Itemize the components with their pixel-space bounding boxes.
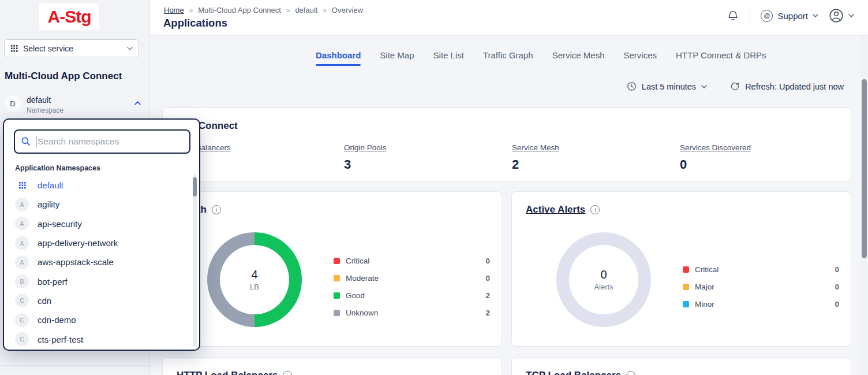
support-at-icon: @	[761, 10, 773, 22]
namespace-item-cts-perf-test[interactable]: C cts-perf-test	[15, 329, 184, 348]
dropdown-scrollbar-thumb[interactable]	[193, 177, 197, 196]
namespace-item-label: app-delivery-network	[38, 238, 118, 248]
breadcrumb-overview[interactable]: Overview	[332, 6, 363, 14]
tab-bar: Dashboard Site Map Site List Traffic Gra…	[316, 50, 766, 66]
legend-label: Good	[346, 291, 485, 300]
search-icon	[21, 136, 31, 147]
account-person-icon	[829, 8, 844, 23]
namespace-search-input[interactable]	[38, 136, 184, 147]
tab-site-list[interactable]: Site List	[433, 50, 464, 66]
alerts-legend: Critical 0 Major 0 Minor 0	[683, 261, 839, 313]
notifications-bell-icon[interactable]	[727, 9, 739, 23]
tab-http-connect-drps[interactable]: HTTP Connect & DRPs	[676, 50, 766, 66]
http-load-balancers-title: HTTP Load Balancers i	[177, 370, 292, 375]
namespace-item-label: api-security	[38, 219, 82, 229]
namespace-item-aws-appstack-scale[interactable]: A aws-appstack-scale	[15, 253, 184, 272]
alerts-donut-chart: 0 Alerts	[556, 232, 651, 327]
brand-logo[interactable]: A-Stg	[39, 3, 99, 30]
info-icon[interactable]: i	[626, 371, 635, 375]
time-range-selector[interactable]: Last 5 minutes	[627, 81, 707, 91]
tab-traffic-graph[interactable]: Traffic Graph	[483, 50, 533, 66]
legend-value: 0	[835, 283, 839, 291]
tab-site-map[interactable]: Site Map	[380, 50, 414, 66]
namespace-item-default[interactable]: default	[15, 176, 184, 195]
stat-load-balancers-link[interactable]: Load Balancers	[177, 143, 342, 152]
chevron-down-icon	[813, 14, 818, 17]
namespace-initial-avatar: C	[15, 313, 29, 327]
stat-origin-pools-link[interactable]: Origin Pools	[344, 143, 509, 152]
refresh-button[interactable]: Refresh: Updated just now	[730, 81, 844, 91]
namespace-item-label: cdn-demo	[38, 315, 76, 325]
namespace-item-label: aws-appstack-scale	[38, 257, 114, 267]
legend-row-critical: Critical 0	[683, 261, 839, 278]
stat-load-balancers: Load Balancers	[177, 143, 342, 157]
sidebar-divider	[0, 365, 150, 366]
tcp-load-balancers-title: TCP Load Balancers i	[526, 370, 635, 375]
chevron-down-icon	[701, 85, 707, 88]
minor-swatch-icon	[683, 301, 689, 307]
legend-value: 2	[485, 291, 490, 300]
tab-service-mesh[interactable]: Service Mesh	[552, 50, 605, 66]
refresh-icon	[730, 81, 740, 91]
select-service-label: Select service	[23, 44, 122, 53]
active-alerts-card-title: Active Alerts i	[526, 204, 600, 216]
namespace-item-cdn-demo[interactable]: C cdn-demo	[15, 310, 184, 329]
topbar-divider	[750, 8, 750, 23]
namespace-initial-avatar: C	[15, 294, 29, 307]
support-menu[interactable]: @ Support	[761, 10, 818, 22]
legend-row-unknown: Unknown 2	[334, 304, 490, 321]
dropdown-scrollbar-track[interactable]	[193, 174, 197, 346]
legend-row-critical: Critical 0	[334, 252, 490, 269]
stat-service-mesh-value: 2	[512, 157, 677, 172]
account-menu[interactable]	[829, 8, 854, 23]
namespace-item-label: agility	[38, 199, 59, 209]
chevron-up-icon	[134, 101, 141, 105]
stat-service-mesh-link[interactable]: Service Mesh	[512, 143, 677, 152]
page-scrollbar-thumb[interactable]	[862, 79, 867, 258]
tcp-load-balancers-card: TCP Load Balancers i	[511, 357, 851, 375]
legend-value: 0	[485, 274, 490, 283]
app-connect-summary-card: App Connect Load Balancers Origin Pools …	[162, 107, 851, 181]
tab-services[interactable]: Services	[624, 50, 657, 66]
stat-services-discovered-link[interactable]: Services Discovered	[680, 143, 845, 152]
namespace-name: default	[27, 95, 51, 105]
namespace-item-cdn[interactable]: C cdn	[15, 291, 184, 310]
support-label: Support	[777, 11, 808, 21]
legend-label: Major	[695, 283, 835, 291]
namespace-search-box[interactable]	[14, 129, 190, 154]
namespace-item-app-delivery-network[interactable]: A app-delivery-network	[15, 233, 184, 253]
legend-value: 0	[485, 257, 490, 265]
stat-origin-pools-value: 3	[344, 157, 509, 172]
text-caret	[36, 136, 36, 147]
active-alerts-card: Active Alerts i 0 Alerts Critical 0 Majo…	[511, 191, 851, 347]
legend-row-good: Good 2	[334, 287, 490, 304]
namespace-type-label: Namespace	[27, 106, 63, 114]
info-icon[interactable]: i	[590, 205, 600, 214]
refresh-status-label: Refresh: Updated just now	[745, 82, 844, 91]
namespace-initial-avatar: A	[15, 236, 29, 250]
legend-value: 2	[485, 309, 490, 317]
legend-row-major: Major 0	[683, 278, 839, 295]
tab-dashboard[interactable]: Dashboard	[316, 50, 361, 66]
namespace-item-bot-perf[interactable]: B bot-perf	[15, 272, 184, 291]
namespace-item-api-security[interactable]: A api-security	[15, 214, 184, 233]
grid-icon	[10, 44, 18, 52]
http-load-balancers-card: HTTP Load Balancers i	[162, 357, 502, 375]
breadcrumb-service[interactable]: Multi-Cloud App Connect	[198, 6, 281, 14]
namespace-list: default A agility A api-security A app-d…	[15, 176, 184, 349]
active-alerts-link[interactable]: Active Alerts	[526, 204, 585, 216]
namespace-initial-avatar: A	[15, 217, 29, 231]
info-icon[interactable]: i	[283, 371, 292, 375]
health-donut-center-label: LB	[250, 283, 259, 291]
breadcrumb-namespace[interactable]: default	[295, 6, 317, 14]
page-title: Applications	[163, 17, 227, 29]
select-service-dropdown[interactable]: Select service	[4, 39, 139, 57]
top-bar: Home > Multi-Cloud App Connect > default…	[150, 0, 868, 36]
clock-icon	[627, 81, 637, 91]
info-icon[interactable]: i	[212, 205, 221, 214]
namespace-item-agility[interactable]: A agility	[15, 195, 184, 214]
breadcrumb-separator: >	[286, 7, 290, 14]
health-legend: Critical 0 Moderate 0 Good 2 Unknown 2	[334, 252, 490, 321]
namespace-selector[interactable]: D default Namespace	[5, 94, 143, 115]
breadcrumb-home[interactable]: Home	[164, 6, 184, 14]
